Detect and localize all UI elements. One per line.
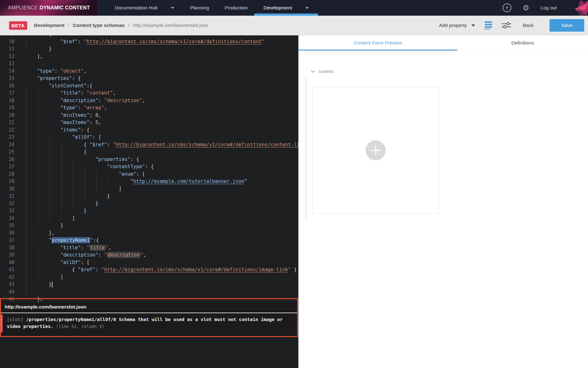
nav-item-production[interactable]: Production [217,0,256,16]
code-line[interactable]: 20"minItems": 0, [0,112,298,119]
code-line[interactable]: 34] [0,215,298,222]
code-line[interactable]: 22"items": { [0,127,298,134]
code-line[interactable]: 31} [0,193,298,200]
breadcrumb-development[interactable]: Development [34,23,64,28]
indent-guide [50,266,50,274]
indent-guide [26,35,27,38]
code-line[interactable]: 19"type": "array", [0,104,298,112]
code-line[interactable]: 28"enum": [ [0,171,298,178]
line-content: "$ref": "http://bigcontent.io/cms/schema… [19,38,298,46]
code-line[interactable]: 13 [0,60,298,68]
line-number: 16 [0,82,14,90]
code-line[interactable]: 39"description": "description", [0,251,298,259]
code-line[interactable]: 42] [0,274,298,281]
code-line[interactable]: 38"title": "title", [0,244,298,252]
code-token: , [143,252,146,258]
content-section-toggle[interactable]: content [311,69,333,74]
code-line[interactable]: 24{ "$ref": "http://bigcontent.io/cms/sc… [0,141,298,149]
help-icon[interactable]: ? [503,3,511,12]
code-line[interactable]: 12], [0,53,298,60]
code-token: , [142,98,145,103]
nav-item-development[interactable]: Development [256,0,317,16]
logout-button[interactable]: Log out [540,5,557,11]
code-token: "content" [87,90,113,96]
code-line[interactable]: 33} [0,207,298,215]
settings-sliders-icon[interactable] [502,22,511,29]
form-view-icon[interactable] [484,21,492,30]
add-property-dropdown[interactable]: Add property [439,23,475,28]
code-token: "properties" [37,75,72,81]
code-line[interactable]: 25{ [0,148,298,156]
code-token: " [113,142,116,148]
indent-guide [61,207,62,215]
chevron-down-icon [471,24,475,27]
gear-icon[interactable]: ⚙ [523,4,530,12]
nav-item-planning[interactable]: Planning [182,0,217,16]
indent-guide [61,200,62,208]
indent-guide [38,185,38,193]
back-button[interactable]: Back [521,22,535,29]
code-token: , [113,90,116,96]
code-line[interactable]: 44 [0,288,298,296]
amplience-star-logo [564,0,588,16]
code-token: : [ [93,134,101,140]
code-line[interactable]: 43} [0,281,298,288]
schema-ref-link[interactable]: http://bigcontent.io/cms/schema/v1/core#… [87,39,262,44]
code-line[interactable]: 37"propertyName1":{ [0,237,298,244]
code-line[interactable]: 41{ "$ref": "http://bigcontent.io/cms/sc… [0,266,298,274]
line-content: { [19,35,298,38]
line-number: 27 [0,163,14,171]
code-line[interactable]: 16"slotContent":{ [0,82,298,90]
line-content: "type": "object", [19,68,298,75]
line-number: 21 [0,119,14,127]
code-token: :{ [87,83,93,89]
tab-definitions[interactable]: Definitions [457,35,588,50]
code-line[interactable]: 40"allOf": [ [0,259,298,267]
indent-guide [26,274,27,281]
code-line[interactable]: 15"properties": { [0,75,298,82]
indent-guide [38,200,38,208]
indent-guide [73,193,73,200]
beta-badge: BETA [9,21,27,30]
add-property-label: Add property [439,23,467,28]
code-token: " [84,39,87,44]
breadcrumb-content-type-schemas[interactable]: Content type schemas [73,23,124,28]
schema-ref-link[interactable]: http://example.com/tutorialbanner.json [133,179,244,184]
brand-logo[interactable]: AMPLIENCEDYNAMIC CONTENT [0,0,98,16]
error-location: (line 41, column 5) [56,324,104,329]
schema-ref-link[interactable]: http://bigcontent.io/cms/schema/v1/core#… [104,267,288,272]
line-content: ] [19,215,298,222]
code-line[interactable]: 36}, [0,230,298,237]
nav-item-label: Development [263,5,292,11]
save-button[interactable]: Save [550,19,584,32]
schema-ref-link[interactable]: http://bigcontent.io/cms/schema/v1/core#… [116,142,298,148]
code-line[interactable]: 23"allOf": [ [0,134,298,141]
code-line[interactable]: 10"$ref": "http://bigcontent.io/cms/sche… [0,38,298,46]
indent-guide [38,163,38,171]
line-content: } [19,281,298,288]
code-line[interactable]: 18"description": "description", [0,97,298,105]
tab-content-form-preview[interactable]: Content Form Preview [298,35,457,50]
code-line[interactable]: 11} [0,45,298,53]
error-file-url: http://example.com/bannerslot.json [1,302,297,313]
line-number: 29 [0,178,14,185]
code-line[interactable]: 21"maxItems": 5, [0,119,298,127]
indent-guide [26,215,27,222]
indent-guide [61,156,62,163]
nav-item-documentation-hub[interactable]: Documentation Hub [107,0,182,16]
code-line[interactable]: 26"properties": { [0,156,298,163]
line-content: "properties": { [19,156,298,163]
code-line[interactable]: 29"http://example.com/tutorialbanner.jso… [0,178,298,185]
add-content-button[interactable] [366,140,386,160]
code-line[interactable]: 17"title": "content", [0,90,298,97]
schema-code-editor[interactable]: 9{10"$ref": "http://bigcontent.io/cms/sc… [0,35,298,368]
code-line[interactable]: 35} [0,222,298,230]
code-line[interactable]: 32} [0,200,298,208]
code-line[interactable]: 9{ [0,35,298,38]
line-number: 31 [0,193,14,200]
code-line[interactable]: 30] [0,185,298,193]
code-line[interactable]: 27"contentType": { [0,163,298,171]
code-token: : [ [136,171,145,177]
code-line[interactable]: 14"type": "object", [0,68,298,75]
indent-guide [38,244,38,252]
